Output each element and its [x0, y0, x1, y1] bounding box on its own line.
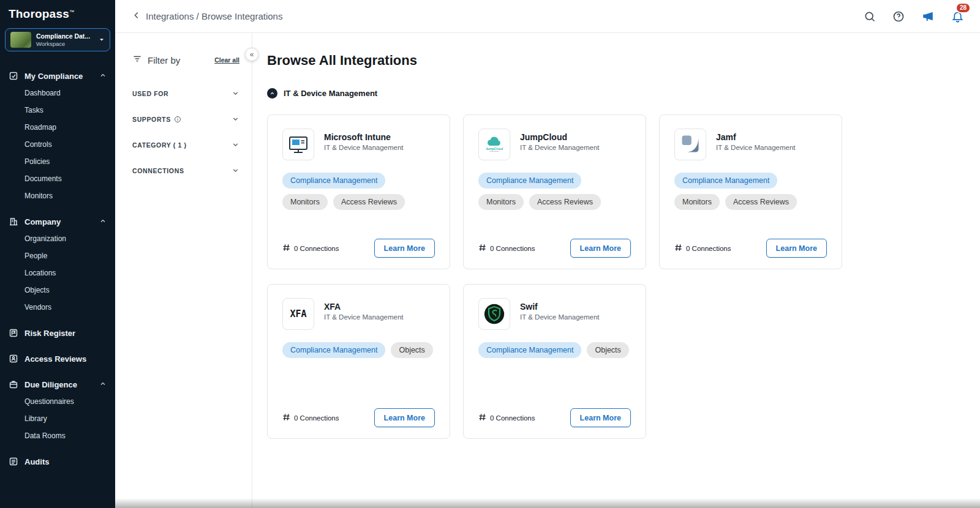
sidebar-item-dashboard[interactable]: Dashboard [0, 84, 115, 102]
sidebar-item-questionnaires[interactable]: Questionnaires [0, 393, 115, 410]
tag-pill: Compliance Management [282, 173, 385, 189]
chevron-down-icon[interactable] [232, 166, 239, 176]
sidebar-item-objects[interactable]: Objects [0, 282, 115, 299]
card-titles: Jamf IT & Device Management [716, 129, 796, 160]
integration-card-swif: Swif IT & Device Management Compliance M… [463, 284, 646, 439]
integration-name: JumpCloud [520, 132, 600, 142]
filter-section-connections[interactable]: CONNECTIONS [132, 158, 239, 184]
connections-icon [674, 244, 682, 253]
sidebar-item-library[interactable]: Library [0, 410, 115, 427]
sidebar-item-documents[interactable]: Documents [0, 170, 115, 187]
integration-category: IT & Device Management [324, 144, 404, 151]
sidebar-item-data-rooms[interactable]: Data Rooms [0, 427, 115, 444]
sidebar-item-organization[interactable]: Organization [0, 230, 115, 247]
info-icon [174, 116, 181, 123]
tag-pill: Access Reviews [725, 194, 797, 210]
sidebar-item-controls[interactable]: Controls [0, 136, 115, 153]
sidebar-item-locations[interactable]: Locations [0, 264, 115, 282]
nav-group-access-reviews: Access Reviews [0, 350, 115, 367]
learn-more-button[interactable]: Learn More [374, 239, 435, 258]
brand-logo: Thoropass™ [0, 6, 115, 27]
card-titles: JumpCloud IT & Device Management [520, 129, 600, 160]
group-label: Audits [24, 457, 49, 466]
learn-more-button[interactable]: Learn More [570, 239, 631, 258]
swif-logo [478, 298, 510, 330]
learn-more-button[interactable]: Learn More [766, 239, 827, 258]
workspace-subtitle: Workspace [36, 40, 94, 47]
card-footer: 0 Connections Learn More [674, 239, 827, 258]
search-icon[interactable] [864, 10, 876, 23]
integration-category: IT & Device Management [716, 144, 796, 151]
sidebar-item-tasks[interactable]: Tasks [0, 102, 115, 119]
filter-section-label: CONNECTIONS [132, 167, 184, 174]
filter-section-label: CATEGORY ( 1 ) [132, 141, 187, 149]
notifications-button[interactable]: 28 [951, 10, 964, 23]
nav-group-my-compliance: My Compliance Dashboard Tasks Roadmap Co… [0, 67, 115, 204]
flag-icon [9, 328, 18, 338]
tag-list: Compliance Management Monitors Access Re… [478, 173, 631, 210]
back-chevron-icon[interactable] [132, 11, 141, 21]
filter-section-category[interactable]: CATEGORY ( 1 ) [132, 132, 239, 158]
nav-group-company: Company Organization People Locations Ob… [0, 213, 115, 316]
sidebar-item-risk-register[interactable]: Risk Register [0, 324, 115, 342]
card-titles: Swif IT & Device Management [520, 298, 600, 330]
clear-all-link[interactable]: Clear all [214, 56, 239, 64]
filter-section-label: SUPPORTS [132, 116, 171, 123]
svg-text:JumpCloud: JumpCloud [486, 147, 503, 151]
filter-section-supports[interactable]: SUPPORTS [132, 106, 239, 132]
chevron-up-icon[interactable] [99, 72, 107, 81]
sidebar-item-roadmap[interactable]: Roadmap [0, 119, 115, 136]
sidebar-item-due-diligence[interactable]: Due Diligence [0, 376, 115, 393]
tag-pill: Objects [587, 342, 628, 358]
collapse-filters-button[interactable]: « [245, 48, 258, 61]
breadcrumb[interactable]: Integrations / Browse Integrations [132, 11, 282, 21]
connections-icon [282, 413, 290, 422]
sidebar-item-audits[interactable]: Audits [0, 453, 115, 470]
learn-more-button[interactable]: Learn More [570, 408, 631, 427]
card-titles: Microsoft Intune IT & Device Management [324, 129, 404, 160]
collapse-section-button[interactable] [267, 88, 277, 99]
chevron-down-icon[interactable] [232, 141, 239, 150]
sidebar-item-company[interactable]: Company [0, 213, 115, 230]
sidebar: Thoropass™ Compliance Dat... Workspace M… [0, 0, 115, 508]
workspace-text: Compliance Dat... Workspace [36, 32, 94, 47]
nav-group-audits: Audits [0, 453, 115, 470]
workspace-selector[interactable]: Compliance Dat... Workspace [5, 28, 110, 51]
chevron-up-icon[interactable] [99, 217, 107, 226]
workspace-thumbnail [10, 32, 31, 48]
filter-header: Filter by Clear all [132, 54, 239, 66]
sidebar-item-access-reviews[interactable]: Access Reviews [0, 350, 115, 367]
chevron-up-icon[interactable] [99, 380, 107, 389]
xfa-logo: XFA [282, 298, 314, 330]
compliance-check-icon [9, 71, 18, 81]
sidebar-item-vendors[interactable]: Vendors [0, 299, 115, 316]
group-label: Access Reviews [24, 354, 86, 364]
help-icon[interactable] [892, 10, 905, 23]
connections-label: 0 Connections [294, 414, 339, 422]
microsoft-intune-logo [282, 129, 314, 160]
sidebar-item-people[interactable]: People [0, 247, 115, 264]
tag-pill: Compliance Management [478, 342, 581, 358]
filter-section-label: USED FOR [132, 90, 168, 97]
category-section-label: IT & Device Management [284, 89, 377, 98]
card-footer: 0 Connections Learn More [282, 408, 435, 427]
building-icon [9, 217, 18, 226]
learn-more-button[interactable]: Learn More [374, 408, 435, 427]
main-panel: Integrations / Browse Integrations 28 [115, 0, 980, 508]
sidebar-item-monitors[interactable]: Monitors [0, 187, 115, 204]
browse-integrations-main: Browse All Integrations IT & Device Mana… [252, 33, 980, 508]
sidebar-item-my-compliance[interactable]: My Compliance [0, 67, 115, 84]
tag-list: Compliance Management Objects [282, 342, 435, 358]
chevron-down-icon[interactable] [232, 89, 239, 99]
megaphone-icon[interactable] [921, 10, 935, 23]
integration-name: XFA [324, 302, 404, 312]
chevron-down-icon[interactable] [232, 115, 239, 124]
filter-panel: « Filter by Clear all USED FOR SUPPORTS [115, 33, 252, 508]
sidebar-item-policies[interactable]: Policies [0, 153, 115, 170]
tag-list: Compliance Management Monitors Access Re… [674, 173, 827, 210]
topbar: Integrations / Browse Integrations 28 [115, 0, 980, 33]
tag-pill: Objects [391, 342, 432, 358]
category-section-header: IT & Device Management [267, 88, 965, 99]
filter-section-used-for[interactable]: USED FOR [132, 81, 239, 106]
group-label: My Compliance [24, 72, 83, 81]
